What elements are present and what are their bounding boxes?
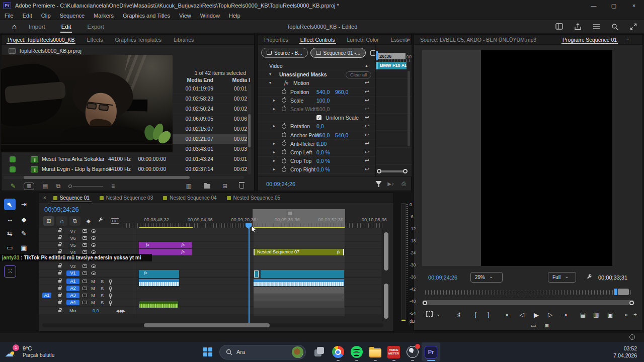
reset-parameter-icon[interactable]: [365, 88, 369, 95]
timeline-settings-icon[interactable]: [98, 216, 104, 225]
icon-view-button[interactable]: ▤: [42, 183, 48, 190]
menu-item[interactable]: Graphics and Titles: [118, 13, 175, 19]
hand-type-tool[interactable]: ▣: [18, 242, 30, 253]
project-bin-name[interactable]: TopluReels0000_KB.prproj: [19, 48, 82, 54]
track-select-forward-tool[interactable]: ⇥: [18, 199, 30, 210]
snapshot-icon[interactable]: ◙: [545, 322, 548, 329]
lock-icon[interactable]: [58, 251, 61, 253]
solo-button[interactable]: S: [99, 293, 105, 298]
effect-parameter-row[interactable]: Anchor Point 960,0 540,0: [258, 131, 375, 140]
menu-item[interactable]: Help: [224, 13, 245, 19]
new-item-icon[interactable]: ⊞: [222, 183, 227, 190]
workspace-tab[interactable]: Export: [86, 22, 105, 32]
sequence-tab[interactable]: Sequence 01: [48, 193, 95, 203]
sequence-tab[interactable]: Nested Sequence 05: [222, 193, 285, 203]
sequence-tab[interactable]: Nested Sequence 03: [95, 193, 158, 203]
menu-item[interactable]: Edit: [18, 13, 37, 19]
reset-parameter-icon[interactable]: [365, 106, 369, 112]
ripple-edit-tool[interactable]: ↔: [4, 214, 16, 225]
slip-tool[interactable]: ⇆: [4, 228, 16, 239]
go-to-out-icon[interactable]: ⇥: [562, 311, 567, 318]
play-button[interactable]: ▶: [534, 311, 539, 319]
safe-margins-icon[interactable]: [426, 311, 433, 317]
video-clip[interactable]: fx fx: [139, 242, 192, 248]
export-frame-icon[interactable]: ▣: [607, 311, 613, 318]
new-bin-icon[interactable]: [204, 184, 210, 189]
mix-level-value[interactable]: 0,0: [93, 308, 99, 313]
lift-icon[interactable]: ▤: [580, 311, 586, 318]
pen-tool[interactable]: ✎: [18, 228, 30, 239]
parameter-value[interactable]: 0,0 %: [316, 149, 330, 155]
media-list-row[interactable]: ||| Murat Evgin - Ekip İş Başında 44100 …: [2, 164, 247, 174]
voiceover-mic-icon[interactable]: [109, 293, 112, 297]
track-output-eye-icon[interactable]: [91, 229, 96, 233]
sort-icon[interactable]: ≡: [111, 183, 115, 190]
stopwatch-icon[interactable]: [282, 150, 286, 154]
taskbar-item-obs[interactable]: [403, 342, 422, 361]
add-marker-icon[interactable]: ♯: [457, 311, 460, 318]
add-marker-icon[interactable]: ◆: [87, 218, 91, 224]
fx-panel-tab[interactable]: Lumetri Color: [341, 35, 385, 44]
menu-item[interactable]: Sequence: [55, 13, 90, 19]
sync-lock-icon[interactable]: [83, 264, 87, 268]
checkbox-checked[interactable]: [316, 115, 321, 120]
lock-icon[interactable]: [58, 230, 61, 232]
chevron-right-icon[interactable]: [273, 150, 275, 154]
track-output-eye-icon[interactable]: [91, 243, 96, 247]
thumbnail-zoom-slider[interactable]: [68, 185, 103, 188]
menu-item[interactable]: Clip: [37, 13, 55, 19]
linked-selection-icon[interactable]: ⧉: [69, 216, 80, 226]
workspace-tab[interactable]: Edit: [60, 22, 72, 32]
program-zoom-scrollbar[interactable]: [422, 300, 634, 305]
fx-panel-tab[interactable]: Effect Controls: [294, 35, 341, 44]
column-media-in[interactable]: Media I: [232, 77, 250, 83]
mark-out-icon[interactable]: }: [488, 311, 490, 318]
reset-parameter-icon[interactable]: [365, 132, 369, 138]
close-panel-icon[interactable]: ×: [43, 195, 46, 201]
razor-tool[interactable]: ◆: [18, 214, 30, 225]
fx-mini-ruler[interactable]: 26;36: [376, 53, 406, 59]
more-buttons-icon[interactable]: »: [624, 311, 628, 318]
fx-timecode[interactable]: 00;09;24;26: [266, 181, 295, 187]
workspaces-icon[interactable]: [555, 23, 563, 30]
sync-lock-icon[interactable]: [83, 287, 87, 290]
sequence-tab[interactable]: Nested Sequence 04: [158, 193, 221, 203]
timeline-horizontal-scrollbar[interactable]: [42, 323, 383, 327]
voiceover-mic-icon[interactable]: [109, 286, 112, 290]
track-name[interactable]: V7: [66, 229, 79, 234]
fx-horizontal-scrollbar[interactable]: [377, 169, 408, 173]
track-output-eye-icon[interactable]: [91, 272, 96, 275]
workspace-tab[interactable]: Import: [28, 22, 46, 32]
effect-parameter-row[interactable]: Scale 100,0: [258, 97, 375, 105]
freeform-view-button[interactable]: ⧉: [56, 183, 61, 190]
sequence-button[interactable]: Sequence 01 -...: [310, 48, 366, 58]
effect-parameter-row[interactable]: Crop Top 0,0 %: [258, 157, 375, 165]
program-playhead-handle[interactable]: [618, 289, 629, 295]
project-bin-row[interactable]: TopluReels0000_KB.prproj: [9, 48, 82, 54]
sync-lock-icon[interactable]: [83, 280, 87, 283]
label-color-chip[interactable]: [10, 156, 16, 162]
fx-panel-tab[interactable]: Properties: [258, 35, 294, 44]
parameter-value[interactable]: 540,0: [335, 132, 348, 138]
reset-parameter-icon[interactable]: [365, 166, 369, 172]
track-output-eye-icon[interactable]: [91, 264, 96, 268]
project-panel-tab[interactable]: Project: TopluReels0000_KB: [2, 35, 80, 44]
tab-overflow-icon[interactable]: »: [407, 36, 410, 42]
parameter-value[interactable]: 0,0 %: [316, 166, 330, 172]
menu-item[interactable]: Markers: [89, 13, 118, 19]
source-patch-badge[interactable]: A1: [42, 293, 51, 298]
taskbar-clock[interactable]: 03:52 7.04.2026: [613, 345, 644, 359]
step-forward-icon[interactable]: ▷: [548, 311, 552, 318]
panel-stack-icon[interactable]: [593, 24, 600, 30]
effect-parameter-row[interactable]: Position 540,0 960,0: [258, 88, 375, 97]
stopwatch-icon[interactable]: [282, 133, 286, 137]
parameter-value[interactable]: 960,0: [316, 132, 330, 138]
track-name[interactable]: A2: [66, 286, 79, 291]
settings-wrench-icon[interactable]: [586, 274, 593, 282]
taskbar-item-premiere[interactable]: Pr: [422, 342, 440, 361]
track-name[interactable]: V1: [66, 270, 79, 276]
reset-parameter-icon[interactable]: [365, 114, 369, 121]
chevron-down-icon[interactable]: [269, 80, 271, 85]
program-monitor-tab[interactable]: Program: Sequence 01: [556, 35, 623, 44]
insert-overwrite-icon[interactable]: ⊞: [43, 216, 54, 226]
